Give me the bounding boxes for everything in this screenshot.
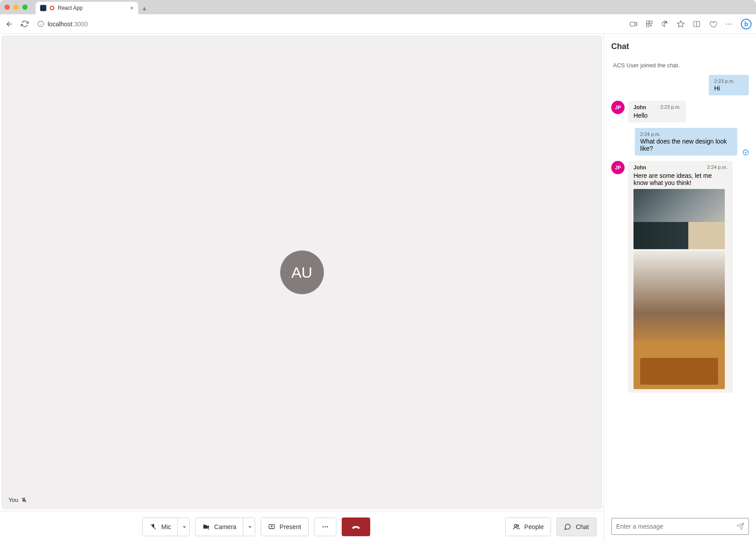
mic-muted-icon <box>21 497 27 503</box>
svg-point-23 <box>517 525 519 527</box>
message-row: JP John 2:23 p.m. Hello <box>611 101 749 123</box>
chevron-down-icon[interactable] <box>177 518 187 536</box>
bing-icon[interactable]: b <box>741 19 752 29</box>
participant-avatar: AU <box>280 250 324 294</box>
message-bubble-outgoing[interactable]: 2:24 p.m. What does the new design look … <box>635 128 737 156</box>
message-time: 2:24 p.m. <box>640 131 732 137</box>
browser-tabs: React App × + <box>36 0 151 14</box>
browser-right-toolbar: A b <box>629 19 752 29</box>
chat-input[interactable] <box>611 518 749 535</box>
chat-thread[interactable]: ACS User joined the chat. 2:23 p.m. Hi J… <box>604 56 756 513</box>
favorites-icon[interactable] <box>677 20 685 28</box>
mic-off-icon <box>150 523 157 530</box>
app-root: AU You Mic Camera <box>0 34 756 542</box>
mic-button[interactable]: Mic <box>142 517 190 536</box>
call-controls-bar: Mic Camera Present <box>0 511 604 542</box>
hangup-icon <box>351 522 361 532</box>
video-stage: AU You <box>2 36 602 509</box>
sender-avatar: JP <box>611 161 625 174</box>
camera-off-icon <box>203 523 210 530</box>
svg-rect-4 <box>646 21 649 24</box>
close-tab-icon[interactable]: × <box>130 4 134 12</box>
more-icon[interactable] <box>725 20 733 28</box>
message-row: 2:23 p.m. Hi <box>611 75 749 95</box>
close-window-button[interactable] <box>4 4 10 10</box>
avatar-initials: AU <box>291 264 312 281</box>
hangup-button[interactable] <box>342 517 370 536</box>
message-text: Hello <box>633 112 648 119</box>
more-options-button[interactable] <box>314 517 336 536</box>
svg-point-11 <box>726 23 727 24</box>
address-bar[interactable]: localhost:3000 <box>35 21 624 28</box>
ellipsis-icon <box>322 523 329 530</box>
maximize-window-button[interactable] <box>22 4 28 10</box>
svg-point-21 <box>327 526 328 527</box>
camera-icon[interactable] <box>629 20 637 28</box>
present-button[interactable]: Present <box>261 517 309 536</box>
favicon-icon <box>40 5 46 11</box>
message-text: Hi <box>714 85 720 92</box>
message-text: Here are some ideas, let me know what yo… <box>633 172 712 186</box>
system-message: ACS User joined the chat. <box>611 59 749 75</box>
image-attachment[interactable] <box>633 189 725 249</box>
browser-toolbar: localhost:3000 A b <box>0 14 756 34</box>
message-text: What does the new design look like? <box>640 138 727 152</box>
camera-button[interactable]: Camera <box>195 517 255 536</box>
chat-compose <box>604 513 756 542</box>
message-sender: John <box>633 164 646 171</box>
chat-button[interactable]: Chat <box>556 517 597 536</box>
svg-rect-5 <box>650 21 652 24</box>
sender-avatar: JP <box>611 101 625 114</box>
chat-title: Chat <box>604 34 756 56</box>
svg-point-20 <box>324 526 326 527</box>
traffic-lights <box>4 4 28 10</box>
url-port: :3000 <box>72 21 88 28</box>
svg-rect-3 <box>630 22 635 26</box>
svg-point-13 <box>731 23 731 24</box>
svg-point-12 <box>728 23 729 24</box>
browser-tab-active[interactable]: React App × <box>36 2 138 14</box>
read-receipt-icon <box>743 149 749 156</box>
svg-text:A: A <box>665 21 667 24</box>
message-row: 2:24 p.m. What does the new design look … <box>611 128 749 156</box>
self-label: You <box>8 497 27 503</box>
macos-titlebar: React App × + <box>0 0 756 14</box>
recording-indicator-icon <box>50 6 54 10</box>
svg-marker-8 <box>678 21 684 27</box>
message-time: 2:24 p.m. <box>707 164 727 170</box>
share-screen-icon <box>268 523 275 530</box>
people-icon <box>513 523 520 530</box>
chat-icon <box>564 523 571 530</box>
message-bubble-incoming[interactable]: John 2:24 p.m. Here are some ideas, let … <box>628 161 733 393</box>
message-bubble-incoming[interactable]: John 2:23 p.m. Hello <box>628 101 686 123</box>
svg-rect-6 <box>646 24 649 27</box>
message-bubble-outgoing[interactable]: 2:23 p.m. Hi <box>709 75 749 95</box>
people-button[interactable]: People <box>505 517 552 536</box>
split-screen-icon[interactable] <box>693 20 701 28</box>
info-icon <box>37 21 44 27</box>
new-tab-button[interactable]: + <box>138 5 151 14</box>
minimize-window-button[interactable] <box>13 4 19 10</box>
tab-title: React App <box>58 5 82 11</box>
image-attachment[interactable] <box>633 251 725 389</box>
read-aloud-icon[interactable]: A <box>661 20 669 28</box>
message-time: 2:23 p.m. <box>714 78 744 84</box>
collections-icon[interactable] <box>709 20 717 28</box>
message-time: 2:23 p.m. <box>660 104 681 110</box>
svg-point-22 <box>514 524 516 526</box>
refresh-button[interactable] <box>20 19 29 29</box>
message-sender: John <box>633 104 646 111</box>
extensions-icon[interactable] <box>646 20 653 28</box>
svg-point-19 <box>323 526 324 527</box>
svg-point-24 <box>743 150 748 155</box>
send-icon[interactable] <box>736 522 744 530</box>
chat-panel: Chat ACS User joined the chat. 2:23 p.m.… <box>604 34 756 542</box>
url-host: localhost <box>48 21 72 28</box>
back-button[interactable] <box>4 19 14 29</box>
message-row: JP John 2:24 p.m. Here are some ideas, l… <box>611 161 749 393</box>
chevron-down-icon[interactable] <box>243 518 252 536</box>
